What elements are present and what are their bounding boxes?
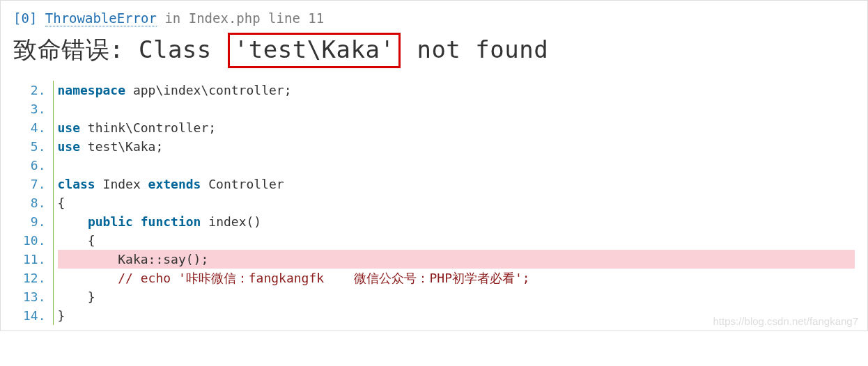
line-number: 4.	[23, 118, 49, 137]
line-number-gutter: 2.3.4.5.6.7.8.9.10.11.12.13.14.	[23, 81, 53, 325]
error-panel: [0] ThrowableError in Index.php line 11 …	[0, 0, 868, 331]
highlighted-class: 'test\Kaka'	[234, 35, 395, 63]
code-column: namespace app\index\controller;use think…	[53, 81, 855, 325]
in-text: in	[164, 10, 180, 26]
code-line	[58, 100, 855, 118]
line-number: 14.	[23, 306, 49, 325]
line-number: 3.	[23, 100, 49, 118]
line-number: 8.	[23, 193, 49, 212]
line-number: 9.	[23, 212, 49, 231]
error-header: [0] ThrowableError in Index.php line 11	[13, 10, 855, 26]
code-line: namespace app\index\controller;	[58, 81, 855, 100]
code-line: }	[58, 287, 855, 306]
line-number: 5.	[23, 137, 49, 156]
code-line: class Index extends Controller	[58, 175, 855, 193]
code-line: public function index()	[58, 212, 855, 231]
title-prefix: 致命错误: Class	[13, 35, 226, 63]
error-title: 致命错误: Class 'test\Kaka' not found	[13, 33, 855, 68]
code-line: }	[58, 306, 855, 325]
line-number: 12.	[23, 269, 49, 287]
code-line: // echo '咔咔微信：fangkangfk 微信公众号：PHP初学者必看'…	[58, 269, 855, 287]
line-number: 11.	[23, 250, 49, 269]
file-location: Index.php line 11	[189, 10, 324, 26]
line-number: 7.	[23, 175, 49, 193]
line-number: 13.	[23, 287, 49, 306]
code-line: use test\Kaka;	[58, 137, 855, 156]
code-snippet: 2.3.4.5.6.7.8.9.10.11.12.13.14. namespac…	[23, 81, 855, 325]
error-index: [0]	[13, 10, 37, 26]
line-number: 6.	[23, 156, 49, 175]
code-line	[58, 156, 855, 175]
code-line: {	[58, 231, 855, 250]
code-line: {	[58, 193, 855, 212]
error-type-link[interactable]: ThrowableError	[45, 10, 157, 26]
line-number: 2.	[23, 81, 49, 100]
code-line: use think\Controller;	[58, 118, 855, 137]
code-line: Kaka::say();	[58, 250, 855, 269]
line-number: 10.	[23, 231, 49, 250]
title-suffix: not found	[402, 35, 548, 63]
highlight-box: 'test\Kaka'	[228, 33, 401, 68]
